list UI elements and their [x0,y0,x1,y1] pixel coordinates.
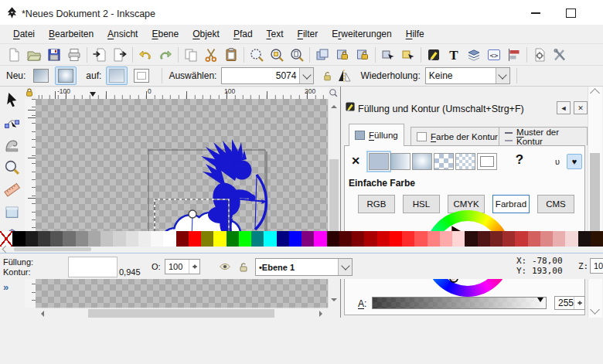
unknown-paint-icon[interactable]: ? [513,151,526,168]
palette-swatch[interactable] [126,231,138,247]
layers-dialog-icon[interactable] [464,45,484,65]
palette-swatch[interactable] [189,231,201,247]
fill-rule-nonzero-icon[interactable]: υ [550,154,565,169]
menu-text[interactable]: Text [260,26,291,42]
palette-swatch[interactable] [138,231,151,247]
palette-swatch[interactable] [239,231,251,247]
zoom-spinbox[interactable]: 100 [590,258,603,274]
palette-swatch[interactable] [113,231,125,247]
palette-swatch-none[interactable] [0,231,12,247]
palette-swatch[interactable] [327,231,339,247]
duplicate-icon[interactable] [312,45,332,65]
align-dialog-icon[interactable] [504,45,524,65]
palette-swatch[interactable] [578,231,591,247]
open-document-icon[interactable] [24,45,44,65]
pattern-button[interactable] [434,153,454,170]
canvas-corner-zoom-icon[interactable] [328,87,339,98]
palette-swatch[interactable] [502,231,515,247]
copy-icon[interactable] [181,45,201,65]
menu-ansicht[interactable]: Ansicht [100,26,145,42]
menu-filter[interactable]: Filter [291,26,325,42]
export-icon[interactable] [110,45,130,65]
save-document-icon[interactable] [44,45,64,65]
palette-swatch[interactable] [63,231,75,247]
menu-erweiterungen[interactable]: Erweiterungen [325,26,398,42]
stroke-width-value[interactable]: 0,945 [119,267,141,277]
palette-swatch[interactable] [26,231,38,247]
palette-swatch[interactable] [277,231,289,247]
import-icon[interactable] [90,45,110,65]
gradient-stroke-toggle[interactable] [131,66,152,85]
palette-swatch[interactable] [213,231,226,247]
dropdown-button[interactable] [496,68,509,83]
tab-muster-der-kontur[interactable]: Muster der Kontur [499,127,588,145]
text-dialog-icon[interactable]: T [444,45,464,65]
measure-tool[interactable] [2,179,22,199]
link-gradients-icon[interactable] [319,67,336,84]
gradient-repeat-combo[interactable]: Keine [425,67,510,84]
palette-swatch[interactable] [50,231,63,247]
title-bar[interactable]: *Neues Dokument 2 - Inkscape [0,0,603,25]
mode-rgb-button[interactable]: RGB [358,195,395,213]
alpha-spinbox[interactable]: 255 [554,296,585,310]
flat-color-button[interactable] [369,153,389,170]
scrollbar-thumb[interactable] [14,247,91,251]
layer-visibility-eye-icon[interactable] [218,260,232,274]
palette-swatch[interactable] [591,231,603,247]
xml-editor-icon[interactable]: <> [484,45,504,65]
mode-cms-button[interactable]: CMS [537,195,574,213]
palette-swatch[interactable] [478,231,490,247]
scroll-down-arrow[interactable] [331,298,337,304]
palette-swatch[interactable] [565,231,577,247]
palette-scrollbar[interactable] [0,247,603,253]
scrollbar-thumb[interactable] [329,159,339,233]
palette-swatch[interactable] [364,231,376,247]
spinner-arrows[interactable] [574,297,584,309]
paste-icon[interactable] [221,45,241,65]
zoom-selection-icon[interactable] [247,45,267,65]
selector-tool[interactable] [2,90,22,110]
scroll-right-arrow[interactable] [319,311,325,317]
reverse-gradient-icon[interactable] [336,66,354,85]
edit-objects-icon[interactable] [398,45,418,65]
palette-swatch[interactable] [339,231,352,247]
zoom-drawing-icon[interactable] [267,45,287,65]
palette-swatch[interactable] [12,231,25,247]
dock-button[interactable]: ◄ [557,101,571,114]
palette-swatch[interactable] [302,231,314,247]
menu-pfad[interactable]: Pfad [227,26,260,42]
maximize-button[interactable] [559,6,582,20]
more-tools-button[interactable]: » [3,281,9,293]
zoom-page-icon[interactable] [287,45,307,65]
scroll-down-chevron[interactable] [590,304,600,315]
minimize-button[interactable] [524,6,547,20]
palette-swatch[interactable] [414,231,427,247]
linear-gradient-toggle[interactable] [30,66,52,85]
scroll-left-arrow[interactable] [38,311,44,317]
dropdown-button[interactable] [299,68,313,83]
menu-bearbeiten[interactable]: Bearbeiten [42,26,100,42]
palette-swatch[interactable] [163,231,175,247]
palette-swatch[interactable] [402,231,414,247]
menu-ebene[interactable]: Ebene [145,26,186,42]
palette-swatch[interactable] [528,231,540,247]
color-palette[interactable] [0,231,603,247]
undo-icon[interactable] [135,45,155,65]
menu-datei[interactable]: Datei [6,26,42,42]
tab-fuellung[interactable]: Füllung [349,124,404,146]
redo-icon[interactable] [155,45,175,65]
white-swatch-button[interactable] [477,153,497,170]
layer-lock-icon[interactable] [237,260,250,274]
gradient-select-combo[interactable]: 5074 [221,67,314,84]
tweak-tool[interactable] [2,134,22,155]
scrollbar-thumb[interactable] [88,309,274,318]
palette-swatch[interactable] [553,231,565,247]
horizontal-ruler[interactable]: -100 0 100 200 [36,88,328,100]
palette-swatch[interactable] [151,231,163,247]
scroll-up-chevron[interactable] [590,88,600,98]
palette-swatch[interactable] [38,231,50,247]
palette-swatch[interactable] [227,231,239,247]
palette-swatch[interactable] [540,231,553,247]
select-original-icon[interactable] [378,45,398,65]
panel-scrollbar[interactable] [588,87,602,318]
